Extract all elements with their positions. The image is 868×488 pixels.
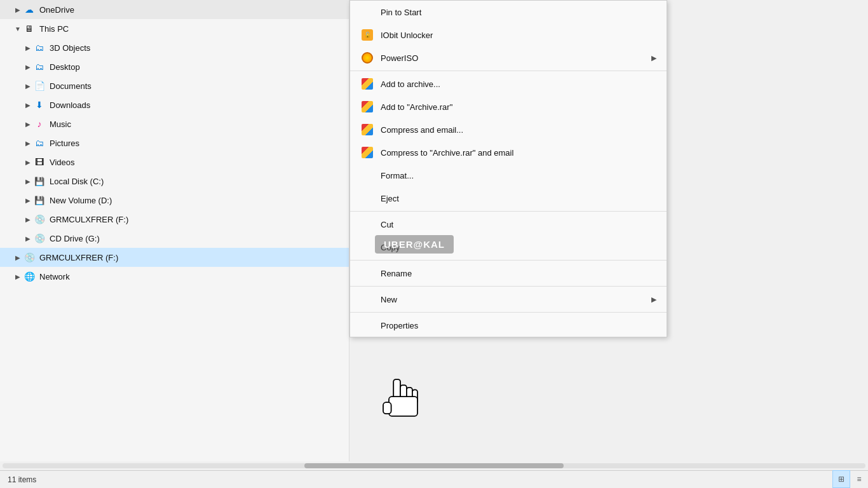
eject-icon (360, 191, 374, 205)
sidebar-item-label: GRMCULXFRER (F:) (39, 253, 118, 262)
new-icon (360, 292, 374, 306)
context-menu-item-label: Cut (381, 220, 656, 229)
context-menu-item-label: Pin to Start (381, 8, 656, 17)
sidebar-item-grmf[interactable]: 💿 GRMCULXFRER (F:) (0, 210, 349, 229)
cut-icon (360, 217, 374, 231)
sidebar-item-desktop[interactable]: 🗂 Desktop (0, 57, 349, 76)
context-menu-item-label: Eject (381, 194, 656, 203)
drive-icon: 💾 (33, 194, 46, 207)
downloads-icon: ⬇ (33, 98, 46, 111)
file-explorer-sidebar: ☁ OneDrive 🖥 This PC 🗂 3D Objects 🗂 Desk… (0, 0, 349, 488)
pin-icon (360, 5, 374, 19)
chevron-icon (23, 178, 33, 185)
separator (350, 71, 667, 71)
chevron-icon (13, 273, 23, 280)
scrollbar-thumb[interactable] (304, 463, 563, 468)
thispc-icon: 🖥 (23, 22, 36, 35)
sidebar-item-downloads[interactable]: ⬇ Downloads (0, 95, 349, 114)
context-menu-item-eject[interactable]: Eject (350, 187, 667, 210)
svg-rect-3 (412, 390, 417, 403)
separator (350, 211, 667, 212)
sidebar-item-label: Pictures (50, 139, 79, 148)
context-menu-item-compress-email[interactable]: Compress and email... (350, 118, 667, 141)
chevron-icon (13, 6, 23, 13)
sidebar-item-label: GRMCULXFRER (F:) (50, 215, 128, 224)
context-menu-item-cut[interactable]: Cut (350, 213, 667, 236)
context-menu-item-label: Format... (381, 171, 656, 180)
copy-icon (360, 240, 374, 254)
context-menu-item-poweriso[interactable]: PowerISO ▶ (350, 46, 667, 69)
context-menu-item-label: Rename (381, 269, 656, 278)
context-menu-item-label: Compress to "Archive.rar" and email (381, 148, 656, 158)
separator (350, 260, 667, 261)
sidebar-item-network[interactable]: 🌐 Network (0, 267, 349, 286)
disc-icon: 💿 (23, 251, 36, 264)
context-menu-item-label: Add to "Archive.rar" (381, 102, 656, 112)
context-menu-item-rename[interactable]: Rename (350, 262, 667, 285)
list-view-button[interactable]: ≡ (850, 470, 868, 488)
submenu-arrow-icon: ▶ (651, 295, 656, 304)
disc-icon: 💿 (33, 213, 46, 226)
sidebar-item-onedrive[interactable]: ☁ OneDrive (0, 0, 349, 19)
chevron-icon (23, 121, 33, 128)
iobit-icon: 🔓 (360, 28, 374, 42)
rar-icon (360, 100, 374, 114)
sidebar-item-label: Downloads (50, 100, 90, 110)
pictures-icon: 🗂 (33, 137, 46, 149)
properties-icon (360, 318, 374, 332)
sidebar-item-label: OneDrive (39, 5, 74, 15)
context-menu-item-copy[interactable]: Copy (350, 236, 667, 259)
context-menu-item-label: Properties (381, 321, 656, 330)
sidebar-item-grmf2[interactable]: 💿 GRMCULXFRER (F:) (0, 248, 349, 267)
sidebar-item-documents[interactable]: 📄 Documents (0, 76, 349, 95)
chevron-icon (23, 159, 33, 166)
onedrive-icon: ☁ (23, 3, 36, 16)
chevron-icon (23, 102, 33, 109)
sidebar-item-music[interactable]: ♪ Music (0, 114, 349, 133)
context-menu-item-format[interactable]: Format... (350, 164, 667, 187)
sidebar-item-cdg[interactable]: 💿 CD Drive (G:) (0, 229, 349, 248)
context-menu-item-label: IObit Unlocker (381, 30, 656, 40)
rar-icon (360, 146, 374, 159)
context-menu-item-label: Compress and email... (381, 125, 656, 135)
context-menu-item-iobit[interactable]: 🔓 IObit Unlocker (350, 24, 667, 46)
context-menu-item-properties[interactable]: Properties (350, 314, 667, 337)
separator (350, 312, 667, 313)
sidebar-item-label: CD Drive (G:) (50, 234, 100, 243)
chevron-icon (13, 25, 23, 32)
sidebar-item-videos[interactable]: 🎞 Videos (0, 152, 349, 172)
sidebar-item-label: Videos (50, 158, 75, 167)
format-icon (360, 168, 374, 182)
context-menu-item-new[interactable]: New ▶ (350, 288, 667, 311)
sidebar-item-thispc[interactable]: 🖥 This PC (0, 19, 349, 38)
separator (350, 286, 667, 287)
svg-rect-5 (383, 402, 391, 414)
scrollbar-track[interactable] (3, 463, 865, 468)
sidebar-item-label: New Volume (D:) (50, 196, 112, 205)
sidebar-item-label: Music (50, 119, 71, 129)
chevron-icon (13, 254, 23, 261)
rename-icon (360, 266, 374, 280)
context-menu-item-pin-to-start[interactable]: Pin to Start (350, 1, 667, 24)
context-menu-item-add-archive[interactable]: Add to archive... (350, 72, 667, 95)
sidebar-item-newd[interactable]: 💾 New Volume (D:) (0, 191, 349, 210)
sidebar-item-pictures[interactable]: 🗂 Pictures (0, 133, 349, 152)
context-menu-item-add-archive-rar[interactable]: Add to "Archive.rar" (350, 95, 667, 118)
sidebar-item-localc[interactable]: 💾 Local Disk (C:) (0, 172, 349, 191)
scrollbar-area (0, 461, 868, 470)
grid-view-button[interactable]: ⊞ (832, 470, 850, 488)
svg-rect-4 (389, 396, 417, 416)
sidebar-item-label: Desktop (50, 62, 80, 72)
svg-rect-0 (393, 379, 400, 400)
items-count: 11 items (8, 475, 36, 484)
sidebar-item-label: This PC (39, 24, 69, 34)
context-menu-item-label: Add to archive... (381, 79, 656, 89)
context-menu-item-label: PowerISO (381, 53, 651, 63)
sidebar-item-label: Network (39, 272, 70, 281)
submenu-arrow-icon: ▶ (651, 54, 656, 62)
view-buttons: ⊞ ≡ (832, 470, 868, 488)
chevron-icon (23, 216, 33, 223)
sidebar-item-3dobjects[interactable]: 🗂 3D Objects (0, 38, 349, 57)
chevron-icon (23, 197, 33, 204)
context-menu-item-compress-archive-email[interactable]: Compress to "Archive.rar" and email (350, 141, 667, 164)
